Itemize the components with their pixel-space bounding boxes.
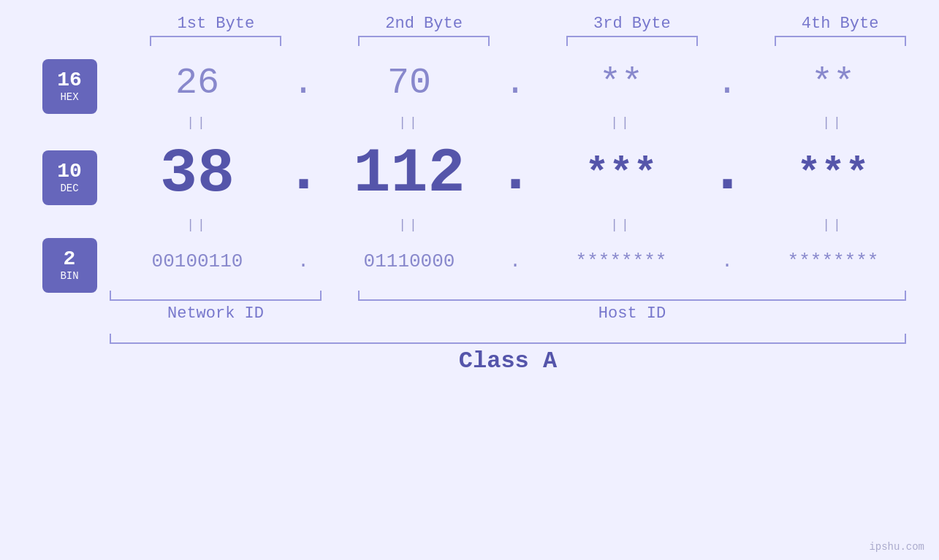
top-bracket-2 (358, 36, 490, 46)
badges-column: 16 HEX 10 DEC 2 BIN (37, 53, 102, 375)
equals-row-1: || || || || (110, 112, 939, 134)
eq-sym-2c: || (533, 218, 709, 232)
top-bracket-4 (775, 36, 906, 46)
network-id-bracket (110, 291, 322, 301)
eq-sym-2d: || (745, 218, 921, 232)
dec-val-2: 112 (322, 139, 497, 210)
watermark: ipshu.com (869, 541, 924, 553)
dec-val-4: *** (745, 151, 921, 197)
eq-spacer-2 (37, 218, 102, 239)
byte-label-3: 3rd Byte (546, 15, 718, 33)
eq-sym-2a: || (110, 218, 285, 232)
bin-badge: 2 BIN (42, 238, 97, 293)
bottom-labels-row: Network ID Host ID (110, 304, 906, 323)
content-area: 16 HEX 10 DEC 2 BIN (0, 53, 939, 375)
main-container: 1st Byte 2nd Byte 3rd Byte 4th Byte (0, 0, 939, 560)
dec-badge: 10 DEC (42, 150, 97, 205)
hex-badge-wrapper: 16 HEX (37, 57, 102, 115)
top-brackets-row (130, 36, 927, 46)
bottom-brackets-row (110, 291, 906, 301)
dec-dot-1: . (285, 137, 322, 211)
class-label: Class A (459, 348, 557, 375)
hex-dot-2: . (497, 62, 533, 104)
eq-sym-2b: || (322, 218, 497, 232)
bin-val-1: 00100110 (110, 250, 285, 272)
dec-val-3: *** (533, 151, 709, 197)
byte-labels-row: 1st Byte 2nd Byte 3rd Byte 4th Byte (130, 15, 927, 33)
byte-label-4: 4th Byte (754, 15, 927, 33)
eq-sym-1d: || (745, 115, 921, 130)
dec-badge-base: DEC (60, 183, 78, 194)
bin-val-3: ******** (533, 250, 709, 272)
bin-badge-wrapper: 2 BIN (37, 239, 102, 291)
dec-val-1: 38 (110, 139, 285, 210)
hex-row: 26 . 70 . ** . ** (110, 53, 939, 112)
dec-badge-number: 10 (57, 161, 82, 183)
top-bracket-3 (566, 36, 698, 46)
top-bracket-1 (150, 36, 281, 46)
full-bracket (110, 334, 906, 344)
hex-badge: 16 HEX (42, 59, 97, 114)
bin-val-4: ******** (745, 250, 921, 272)
byte-label-1: 1st Byte (130, 15, 303, 33)
bin-badge-number: 2 (64, 248, 76, 271)
bin-badge-base: BIN (60, 271, 78, 282)
byte-label-2: 2nd Byte (338, 15, 510, 33)
class-label-row: Class A (110, 348, 906, 375)
dec-badge-wrapper: 10 DEC (37, 137, 102, 218)
bin-row: 00100110 . 01110000 . ******** . *******… (110, 236, 939, 287)
network-id-label: Network ID (110, 304, 322, 323)
hex-val-4: ** (745, 62, 921, 104)
host-id-bracket (358, 291, 906, 301)
hex-val-1: 26 (110, 62, 285, 104)
bin-dot-2: . (497, 250, 533, 272)
equals-row-2: || || || || (110, 214, 939, 236)
ip-rows-column: 26 . 70 . ** . ** || || || || 38 (102, 53, 939, 375)
hex-dot-3: . (709, 62, 745, 104)
hex-badge-base: HEX (60, 92, 78, 103)
bin-dot-3: . (709, 250, 745, 272)
dec-row: 38 . 112 . *** . *** (110, 134, 939, 214)
bin-dot-1: . (285, 250, 322, 272)
hex-val-2: 70 (322, 62, 497, 104)
eq-sym-1a: || (110, 115, 285, 130)
eq-sym-1c: || (533, 115, 709, 130)
dec-dot-2: . (497, 137, 533, 211)
eq-spacer-1 (37, 115, 102, 137)
hex-badge-number: 16 (57, 69, 82, 92)
bin-val-2: 01110000 (322, 250, 497, 272)
hex-val-3: ** (533, 62, 709, 104)
host-id-label: Host ID (358, 304, 906, 323)
dec-dot-3: . (709, 137, 745, 211)
eq-sym-1b: || (322, 115, 497, 130)
full-bracket-row (110, 334, 906, 344)
hex-dot-1: . (285, 62, 322, 104)
